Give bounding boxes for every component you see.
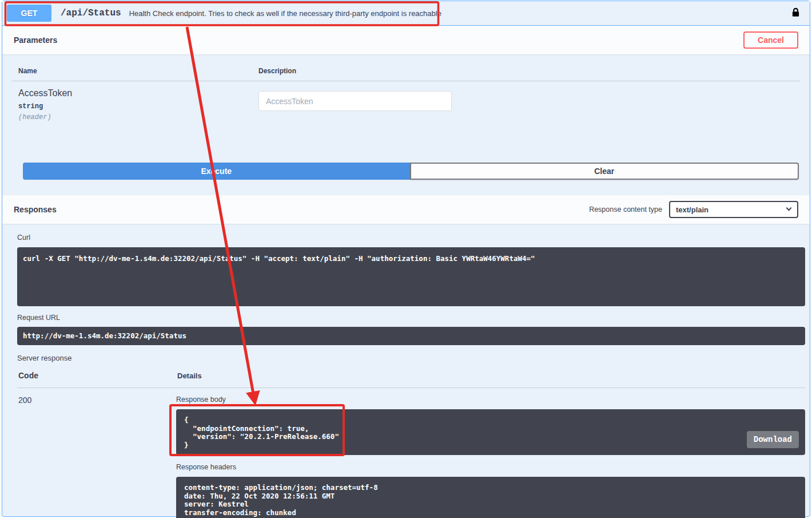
- endpoint-path: /api/Status: [61, 8, 121, 18]
- response-headers: content-type: application/json; charset=…: [184, 484, 797, 517]
- parameter-row: AccessToken string (header): [11, 81, 801, 128]
- operation-panel-get-status: GET /api/Status Health Check endpoint. T…: [2, 1, 810, 517]
- curl-label: Curl: [17, 234, 805, 242]
- column-header-name: Name: [18, 67, 258, 75]
- server-response-row: 200 Response body { "endpointConnection"…: [17, 388, 805, 518]
- response-headers-label: Response headers: [176, 463, 805, 471]
- status-code: 200: [17, 396, 176, 518]
- request-url-block: http://dv-me-1.s4m.de:32202/api/Status: [17, 327, 805, 345]
- server-response-label: Server response: [17, 354, 805, 362]
- request-url: http://dv-me-1.s4m.de:32202/api/Status: [23, 332, 799, 341]
- parameters-table: Name Description AccessToken string (hea…: [2, 54, 810, 128]
- clear-button[interactable]: Clear: [410, 163, 799, 180]
- operation-summary[interactable]: GET /api/Status Health Check endpoint. T…: [2, 1, 810, 26]
- parameters-section-header: Parameters Cancel: [2, 26, 810, 54]
- auth-lock-button[interactable]: [790, 6, 802, 21]
- cancel-button[interactable]: Cancel: [743, 31, 798, 49]
- details-column-header: Details: [177, 371, 805, 380]
- responses-section-header: Responses Response content type text/pla…: [2, 195, 810, 224]
- parameter-name: AccessToken: [18, 88, 258, 98]
- endpoint-description: Health Check endpoint. Tries to check as…: [129, 9, 441, 18]
- curl-command: curl -X GET "http://dv-me-1.s4m.de:32202…: [23, 255, 799, 263]
- response-headers-block: content-type: application/json; charset=…: [176, 477, 805, 518]
- response-body-block: { "endpointConnection": true, "version":…: [176, 409, 805, 455]
- response-content-type-label: Response content type: [589, 205, 662, 213]
- download-button[interactable]: Download: [747, 431, 799, 448]
- parameters-table-header: Name Description: [11, 64, 801, 81]
- http-method-badge: GET: [7, 5, 51, 22]
- response-body-label: Response body: [176, 396, 805, 404]
- column-header-description: Description: [258, 67, 794, 75]
- curl-command-block: curl -X GET "http://dv-me-1.s4m.de:32202…: [17, 247, 805, 306]
- parameter-location: (header): [18, 113, 258, 121]
- execute-row: Execute Clear: [23, 163, 799, 180]
- code-column-header: Code: [18, 371, 177, 380]
- response-content-type-select[interactable]: text/plain: [669, 201, 798, 218]
- responses-title: Responses: [14, 205, 57, 214]
- server-response-table-header: Code Details: [17, 362, 805, 388]
- lock-icon: [791, 11, 801, 20]
- request-url-label: Request URL: [17, 314, 805, 322]
- response-body: { "endpointConnection": true, "version":…: [184, 416, 797, 449]
- parameter-type: string: [18, 102, 258, 110]
- responses-content: Curl curl -X GET "http://dv-me-1.s4m.de:…: [2, 224, 810, 518]
- parameters-title: Parameters: [14, 35, 57, 45]
- execute-button[interactable]: Execute: [23, 163, 410, 180]
- access-token-input[interactable]: [258, 91, 452, 111]
